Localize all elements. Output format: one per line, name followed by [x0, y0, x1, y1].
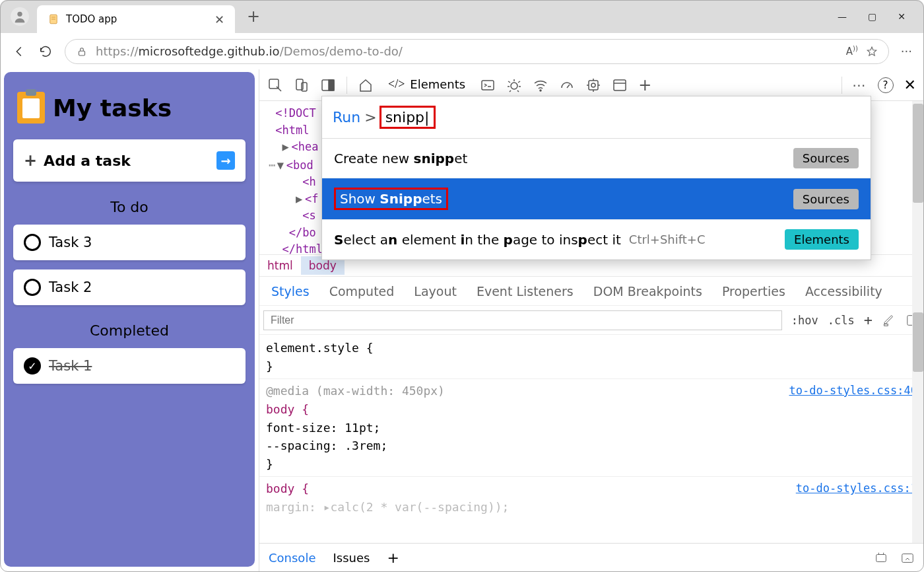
todo-app: My tasks + Add a task → To do Task 3 Tas…	[4, 72, 255, 567]
badge-elements: Elements	[785, 229, 859, 250]
performance-icon[interactable]	[559, 77, 575, 93]
window-controls: — ▢ ✕	[838, 11, 921, 22]
svg-rect-13	[589, 81, 598, 90]
drawer-issues-tab[interactable]: Issues	[333, 551, 370, 565]
devtools-drawer: Console Issues +	[259, 543, 924, 572]
palette-item-create-snippet[interactable]: Create new snippet Sources	[322, 139, 871, 178]
palette-item-show-snippets[interactable]: Show Snippets Sources	[322, 178, 871, 220]
svg-rect-10	[482, 81, 494, 90]
circle-icon[interactable]	[24, 234, 41, 251]
tab-properties[interactable]: Properties	[722, 284, 785, 299]
profile-avatar[interactable]	[11, 7, 29, 26]
application-icon[interactable]	[612, 77, 628, 93]
checkmark-icon[interactable]: ✓	[24, 357, 41, 375]
dock-icon[interactable]	[320, 77, 336, 93]
close-window-button[interactable]: ✕	[898, 11, 906, 22]
new-tab-button[interactable]: +	[247, 7, 260, 26]
browser-tab[interactable]: TODO app ✕	[37, 5, 235, 33]
new-rule-button[interactable]: +	[864, 312, 873, 328]
svg-point-11	[511, 83, 517, 89]
css-rules[interactable]: element.style { } @media (max-width: 450…	[259, 335, 924, 543]
add-panel-button[interactable]: +	[638, 76, 651, 94]
brush-icon[interactable]	[882, 313, 896, 328]
drawer-expand-icon[interactable]	[900, 551, 915, 565]
shortcut-label: Ctrl+Shift+C	[629, 232, 706, 246]
inspect-icon[interactable]	[267, 77, 283, 93]
cls-toggle[interactable]: .cls	[828, 314, 855, 327]
svg-point-14	[591, 83, 595, 87]
section-completed: Completed	[13, 322, 246, 339]
tab-computed[interactable]: Computed	[329, 284, 395, 299]
tab-title: TODO app	[66, 13, 214, 25]
browser-titlebar: TODO app ✕ + — ▢ ✕	[0, 0, 924, 33]
tab-dom-breakpoints[interactable]: DOM Breakpoints	[593, 284, 702, 299]
clipboard-icon	[17, 92, 45, 124]
device-toggle-icon[interactable]	[294, 77, 310, 93]
url-text: https://microsoftedge.github.io/Demos/de…	[96, 44, 403, 58]
browser-toolbar: https://microsoftedge.github.io/Demos/de…	[0, 33, 924, 69]
svg-rect-4	[79, 51, 85, 55]
circle-icon[interactable]	[24, 279, 41, 296]
source-link[interactable]: to-do-styles.css:1	[796, 480, 917, 497]
plus-icon: +	[24, 151, 37, 170]
add-task-input[interactable]: + Add a task →	[13, 139, 246, 182]
network-icon[interactable]	[533, 77, 548, 93]
devtools-menu-icon[interactable]: ⋯	[853, 77, 867, 93]
task-item[interactable]: Task 3	[13, 225, 246, 260]
devtools-panel: </> Elements + ⋯ ? ✕ <!DOCT <html ▶<hea …	[259, 69, 924, 572]
maximize-button[interactable]: ▢	[868, 11, 876, 22]
minimize-button[interactable]: —	[838, 11, 847, 22]
drawer-icon-1[interactable]	[874, 551, 888, 565]
svg-rect-16	[884, 324, 888, 326]
palette-item-label: Select an element in the page to inspect…	[334, 232, 621, 248]
back-button[interactable]	[12, 44, 26, 59]
settings-menu-icon[interactable]: ···	[901, 44, 912, 58]
tab-styles[interactable]: Styles	[271, 284, 310, 299]
lock-icon	[76, 46, 88, 57]
palette-item-select-element[interactable]: Select an element in the page to inspect…	[322, 220, 871, 260]
welcome-icon[interactable]	[358, 77, 374, 93]
section-todo: To do	[13, 199, 246, 215]
elements-tab[interactable]: </> Elements	[384, 72, 469, 98]
sources-bug-icon[interactable]	[506, 77, 522, 93]
scroll-thumb[interactable]	[913, 104, 923, 203]
task-item[interactable]: Task 2	[13, 269, 246, 305]
scroll-thumb[interactable]	[913, 312, 923, 372]
notepad-icon	[48, 13, 59, 25]
palette-query-highlight: snipp|	[380, 106, 436, 129]
scrollbar[interactable]	[912, 101, 924, 543]
svg-rect-9	[329, 80, 334, 90]
styles-filter-input[interactable]	[263, 310, 782, 330]
badge-sources: Sources	[793, 189, 859, 209]
console-icon[interactable]	[480, 77, 496, 93]
drawer-console-tab[interactable]: Console	[269, 551, 315, 565]
command-palette: Run > snipp| Create new snippet Sources …	[321, 96, 871, 260]
memory-icon[interactable]	[585, 77, 601, 93]
svg-rect-15	[614, 80, 626, 90]
svg-point-12	[540, 90, 541, 91]
add-task-label: Add a task	[44, 153, 131, 169]
badge-sources: Sources	[793, 148, 859, 168]
styles-filter-row: :hov .cls +	[259, 306, 924, 335]
tab-layout[interactable]: Layout	[414, 284, 457, 299]
submit-arrow-icon[interactable]: →	[216, 151, 235, 170]
tab-accessibility[interactable]: Accessibility	[805, 284, 882, 299]
close-devtools-icon[interactable]: ✕	[904, 77, 916, 93]
styles-tabs: Styles Computed Layout Event Listeners D…	[259, 277, 924, 306]
hov-toggle[interactable]: :hov	[791, 314, 818, 327]
help-icon[interactable]: ?	[878, 77, 894, 93]
favorite-icon[interactable]	[866, 46, 878, 57]
svg-point-0	[17, 12, 22, 17]
palette-input[interactable]: Run > snipp|	[322, 96, 871, 139]
source-link[interactable]: to-do-styles.css:40	[789, 382, 917, 399]
tab-event-listeners[interactable]: Event Listeners	[477, 284, 574, 299]
task-item-done[interactable]: ✓Task 1	[13, 348, 246, 384]
close-tab-icon[interactable]: ✕	[214, 13, 224, 26]
address-bar[interactable]: https://microsoftedge.github.io/Demos/de…	[65, 39, 889, 64]
app-title: My tasks	[17, 92, 242, 124]
svg-rect-18	[876, 554, 886, 561]
read-aloud-icon[interactable]: A))	[846, 45, 858, 57]
refresh-button[interactable]	[38, 44, 53, 59]
drawer-add-tab[interactable]: +	[387, 550, 399, 566]
